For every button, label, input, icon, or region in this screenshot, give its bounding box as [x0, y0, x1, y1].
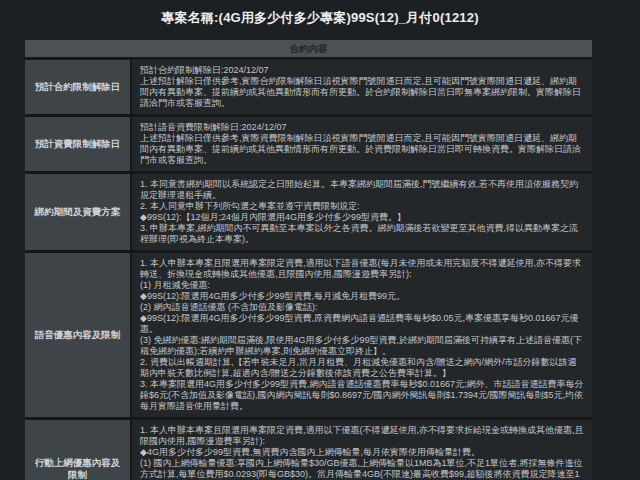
contract-table: 合約內容 預計合約限制解除日 預計合約限制解除日:2024/12/07 上述預計… — [25, 40, 592, 480]
row-content-mobile-data-offer-limits: 1. 本人申辦本專案且限選用專案限定資費,適用以下優惠(不得遞延使用,亦不得要求… — [132, 420, 592, 480]
row-label-rateplan-unlock-date: 預計資費限制解除日 — [25, 117, 132, 171]
row-content-voice-offer-limits: 1. 本人申辦本專案且限選用專案限定資費,適用以下語音優惠(每月未使用或未用完額… — [132, 253, 592, 417]
row-content-rateplan-unlock-date: 預計語音資費限制解除日:2024/12/07 上述預計解除日僅供參考,實際資費限… — [132, 117, 592, 171]
row-label-contract-period-plan: 綁約期間及資費方案 — [25, 174, 132, 250]
row-label-contract-unlock-date: 預計合約限制解除日 — [25, 60, 132, 114]
table-row: 預計資費限制解除日 預計語音資費限制解除日:2024/12/07 上述預計解除日… — [25, 117, 592, 174]
row-label-mobile-data-offer-limits: 行動上網優惠內容及限制 — [25, 420, 132, 480]
row-label-voice-offer-limits: 語音優惠內容及限制 — [25, 253, 132, 417]
table-row: 綁約期間及資費方案 1. 本同意書綁約期間以系統認定之日開始起算。本專案綁約期間… — [25, 174, 592, 253]
table-row: 語音優惠內容及限制 1. 本人申辦本專案且限選用專案限定資費,適用以下語音優惠(… — [25, 253, 592, 420]
row-content-contract-unlock-date: 預計合約限制解除日:2024/12/07 上述預計解除日僅供參考,實際合約限制解… — [132, 60, 592, 114]
page-title: 專案名稱:(4G用多少付多少專案)99S(12)_月付0(1212) — [0, 0, 640, 27]
table-header: 合約內容 — [25, 40, 592, 60]
row-content-contract-period-plan: 1. 本同意書綁約期間以系統認定之日開始起算。本專案綁約期間屆滿後,門號繼續有效… — [132, 174, 592, 250]
table-row: 預計合約限制解除日 預計合約限制解除日:2024/12/07 上述預計解除日僅供… — [25, 60, 592, 117]
table-row: 行動上網優惠內容及限制 1. 本人申辦本專案且限選用專案限定資費,適用以下優惠(… — [25, 420, 592, 480]
